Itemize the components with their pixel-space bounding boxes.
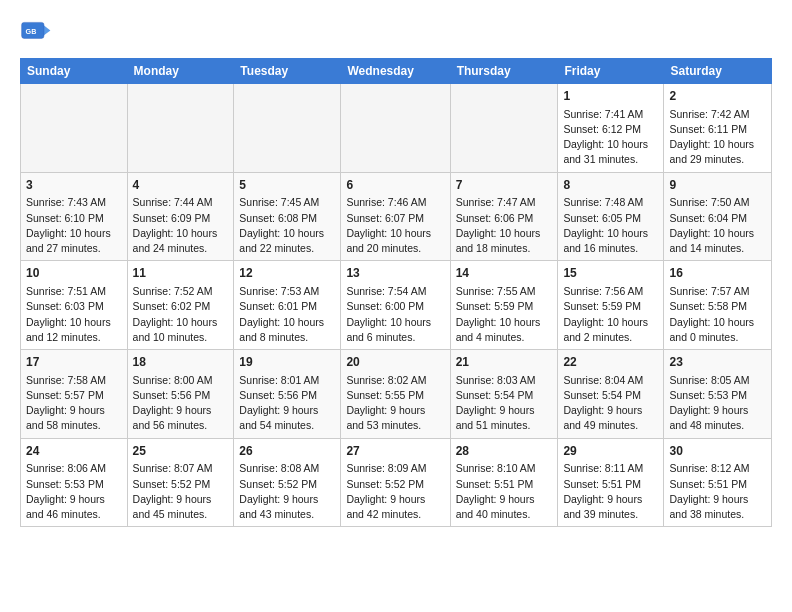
calendar-week-5: 24Sunrise: 8:06 AM Sunset: 5:53 PM Dayli… — [21, 438, 772, 527]
day-info: Sunrise: 7:41 AM Sunset: 6:12 PM Dayligh… — [563, 107, 658, 168]
day-number: 1 — [563, 88, 658, 105]
calendar-cell — [450, 84, 558, 173]
calendar-cell: 19Sunrise: 8:01 AM Sunset: 5:56 PM Dayli… — [234, 350, 341, 439]
calendar-cell: 4Sunrise: 7:44 AM Sunset: 6:09 PM Daylig… — [127, 172, 234, 261]
day-info: Sunrise: 7:43 AM Sunset: 6:10 PM Dayligh… — [26, 195, 122, 256]
calendar-cell: 14Sunrise: 7:55 AM Sunset: 5:59 PM Dayli… — [450, 261, 558, 350]
calendar-cell: 16Sunrise: 7:57 AM Sunset: 5:58 PM Dayli… — [664, 261, 772, 350]
calendar-cell: 22Sunrise: 8:04 AM Sunset: 5:54 PM Dayli… — [558, 350, 664, 439]
day-info: Sunrise: 8:02 AM Sunset: 5:55 PM Dayligh… — [346, 373, 444, 434]
header: GB — [20, 16, 772, 48]
day-number: 10 — [26, 265, 122, 282]
day-number: 15 — [563, 265, 658, 282]
day-number: 13 — [346, 265, 444, 282]
day-number: 28 — [456, 443, 553, 460]
weekday-header-tuesday: Tuesday — [234, 59, 341, 84]
calendar-cell — [127, 84, 234, 173]
day-info: Sunrise: 8:01 AM Sunset: 5:56 PM Dayligh… — [239, 373, 335, 434]
day-info: Sunrise: 8:04 AM Sunset: 5:54 PM Dayligh… — [563, 373, 658, 434]
day-number: 25 — [133, 443, 229, 460]
calendar-cell: 20Sunrise: 8:02 AM Sunset: 5:55 PM Dayli… — [341, 350, 450, 439]
day-info: Sunrise: 8:10 AM Sunset: 5:51 PM Dayligh… — [456, 461, 553, 522]
day-info: Sunrise: 8:12 AM Sunset: 5:51 PM Dayligh… — [669, 461, 766, 522]
svg-marker-1 — [44, 26, 50, 36]
calendar-week-2: 3Sunrise: 7:43 AM Sunset: 6:10 PM Daylig… — [21, 172, 772, 261]
day-number: 22 — [563, 354, 658, 371]
day-info: Sunrise: 7:56 AM Sunset: 5:59 PM Dayligh… — [563, 284, 658, 345]
day-info: Sunrise: 7:51 AM Sunset: 6:03 PM Dayligh… — [26, 284, 122, 345]
calendar-cell: 1Sunrise: 7:41 AM Sunset: 6:12 PM Daylig… — [558, 84, 664, 173]
day-info: Sunrise: 7:54 AM Sunset: 6:00 PM Dayligh… — [346, 284, 444, 345]
calendar-table: SundayMondayTuesdayWednesdayThursdayFrid… — [20, 58, 772, 527]
day-info: Sunrise: 7:52 AM Sunset: 6:02 PM Dayligh… — [133, 284, 229, 345]
day-info: Sunrise: 7:53 AM Sunset: 6:01 PM Dayligh… — [239, 284, 335, 345]
calendar-cell: 6Sunrise: 7:46 AM Sunset: 6:07 PM Daylig… — [341, 172, 450, 261]
svg-text:GB: GB — [26, 27, 37, 36]
day-number: 29 — [563, 443, 658, 460]
day-number: 27 — [346, 443, 444, 460]
day-info: Sunrise: 8:11 AM Sunset: 5:51 PM Dayligh… — [563, 461, 658, 522]
weekday-header-monday: Monday — [127, 59, 234, 84]
day-number: 9 — [669, 177, 766, 194]
day-info: Sunrise: 7:42 AM Sunset: 6:11 PM Dayligh… — [669, 107, 766, 168]
calendar-cell: 29Sunrise: 8:11 AM Sunset: 5:51 PM Dayli… — [558, 438, 664, 527]
day-info: Sunrise: 7:48 AM Sunset: 6:05 PM Dayligh… — [563, 195, 658, 256]
logo: GB — [20, 16, 54, 48]
day-info: Sunrise: 8:07 AM Sunset: 5:52 PM Dayligh… — [133, 461, 229, 522]
day-number: 30 — [669, 443, 766, 460]
weekday-header-wednesday: Wednesday — [341, 59, 450, 84]
day-number: 24 — [26, 443, 122, 460]
day-info: Sunrise: 8:00 AM Sunset: 5:56 PM Dayligh… — [133, 373, 229, 434]
day-info: Sunrise: 8:08 AM Sunset: 5:52 PM Dayligh… — [239, 461, 335, 522]
calendar-cell: 21Sunrise: 8:03 AM Sunset: 5:54 PM Dayli… — [450, 350, 558, 439]
day-number: 4 — [133, 177, 229, 194]
day-number: 5 — [239, 177, 335, 194]
day-number: 18 — [133, 354, 229, 371]
day-info: Sunrise: 8:09 AM Sunset: 5:52 PM Dayligh… — [346, 461, 444, 522]
day-info: Sunrise: 7:50 AM Sunset: 6:04 PM Dayligh… — [669, 195, 766, 256]
day-info: Sunrise: 8:03 AM Sunset: 5:54 PM Dayligh… — [456, 373, 553, 434]
day-number: 6 — [346, 177, 444, 194]
day-info: Sunrise: 8:06 AM Sunset: 5:53 PM Dayligh… — [26, 461, 122, 522]
calendar-cell: 15Sunrise: 7:56 AM Sunset: 5:59 PM Dayli… — [558, 261, 664, 350]
day-number: 8 — [563, 177, 658, 194]
calendar-cell: 28Sunrise: 8:10 AM Sunset: 5:51 PM Dayli… — [450, 438, 558, 527]
day-number: 3 — [26, 177, 122, 194]
calendar-cell: 30Sunrise: 8:12 AM Sunset: 5:51 PM Dayli… — [664, 438, 772, 527]
weekday-header-thursday: Thursday — [450, 59, 558, 84]
calendar-cell — [21, 84, 128, 173]
day-number: 2 — [669, 88, 766, 105]
day-info: Sunrise: 7:58 AM Sunset: 5:57 PM Dayligh… — [26, 373, 122, 434]
day-number: 19 — [239, 354, 335, 371]
calendar-cell: 26Sunrise: 8:08 AM Sunset: 5:52 PM Dayli… — [234, 438, 341, 527]
calendar-cell: 18Sunrise: 8:00 AM Sunset: 5:56 PM Dayli… — [127, 350, 234, 439]
weekday-header-sunday: Sunday — [21, 59, 128, 84]
calendar-cell: 10Sunrise: 7:51 AM Sunset: 6:03 PM Dayli… — [21, 261, 128, 350]
calendar-week-4: 17Sunrise: 7:58 AM Sunset: 5:57 PM Dayli… — [21, 350, 772, 439]
calendar-cell — [234, 84, 341, 173]
day-info: Sunrise: 8:05 AM Sunset: 5:53 PM Dayligh… — [669, 373, 766, 434]
calendar-cell: 8Sunrise: 7:48 AM Sunset: 6:05 PM Daylig… — [558, 172, 664, 261]
day-number: 26 — [239, 443, 335, 460]
day-number: 7 — [456, 177, 553, 194]
calendar-cell: 23Sunrise: 8:05 AM Sunset: 5:53 PM Dayli… — [664, 350, 772, 439]
day-info: Sunrise: 7:44 AM Sunset: 6:09 PM Dayligh… — [133, 195, 229, 256]
weekday-header-saturday: Saturday — [664, 59, 772, 84]
day-number: 23 — [669, 354, 766, 371]
calendar-week-3: 10Sunrise: 7:51 AM Sunset: 6:03 PM Dayli… — [21, 261, 772, 350]
calendar-cell: 27Sunrise: 8:09 AM Sunset: 5:52 PM Dayli… — [341, 438, 450, 527]
day-info: Sunrise: 7:45 AM Sunset: 6:08 PM Dayligh… — [239, 195, 335, 256]
day-number: 21 — [456, 354, 553, 371]
day-number: 16 — [669, 265, 766, 282]
calendar-cell: 5Sunrise: 7:45 AM Sunset: 6:08 PM Daylig… — [234, 172, 341, 261]
calendar-cell: 13Sunrise: 7:54 AM Sunset: 6:00 PM Dayli… — [341, 261, 450, 350]
weekday-header-friday: Friday — [558, 59, 664, 84]
calendar-cell: 3Sunrise: 7:43 AM Sunset: 6:10 PM Daylig… — [21, 172, 128, 261]
calendar-cell — [341, 84, 450, 173]
calendar-cell: 25Sunrise: 8:07 AM Sunset: 5:52 PM Dayli… — [127, 438, 234, 527]
day-number: 11 — [133, 265, 229, 282]
day-info: Sunrise: 7:55 AM Sunset: 5:59 PM Dayligh… — [456, 284, 553, 345]
day-number: 20 — [346, 354, 444, 371]
day-info: Sunrise: 7:47 AM Sunset: 6:06 PM Dayligh… — [456, 195, 553, 256]
calendar-cell: 17Sunrise: 7:58 AM Sunset: 5:57 PM Dayli… — [21, 350, 128, 439]
